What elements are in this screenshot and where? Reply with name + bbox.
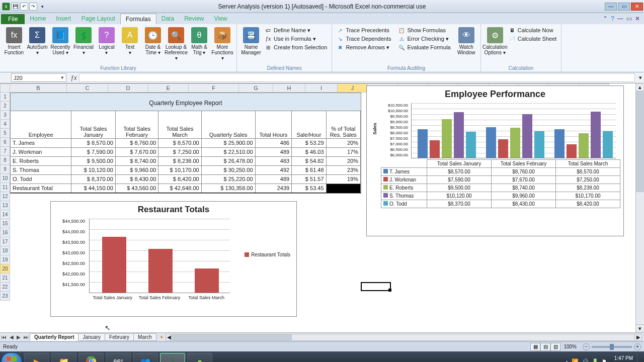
audit-remove-arrows-[interactable]: ✖Remove Arrows ▾ bbox=[335, 43, 392, 51]
tray-up-icon[interactable]: ▴ bbox=[566, 358, 569, 363]
col-header-I[interactable]: I bbox=[305, 83, 338, 93]
tab-page-layout[interactable]: Page Layout bbox=[76, 14, 120, 24]
name-manager-button[interactable]: 📇 Name Manager bbox=[240, 26, 262, 56]
worksheet-grid[interactable]: BCDEFGHIJKLMNOPQR 1234567891011121314151… bbox=[0, 83, 644, 332]
row-header-16[interactable]: 16 bbox=[0, 228, 10, 237]
save-icon[interactable]: 💾 bbox=[11, 3, 19, 11]
system-tray[interactable]: ▴ 📶 🔊 🔋 ⚑ 1:47 PM 5/19/2012 bbox=[566, 353, 645, 362]
row-header-8[interactable]: 8 bbox=[0, 156, 10, 165]
row-header-1[interactable]: 1 bbox=[0, 93, 10, 102]
sheet-nav-last[interactable]: ⏭ bbox=[22, 334, 30, 340]
sheet-tab-march[interactable]: March bbox=[133, 333, 156, 341]
task-media-icon[interactable]: ▶ bbox=[24, 353, 49, 362]
audit-trace-dependents[interactable]: ↘Trace Dependents bbox=[335, 35, 392, 43]
calc-0[interactable]: 🖩Calculate Now bbox=[507, 26, 558, 34]
row-header-9[interactable]: 9 bbox=[0, 165, 10, 174]
row-header-21[interactable]: 21 bbox=[0, 274, 10, 283]
row-header-19[interactable]: 19 bbox=[0, 255, 10, 264]
audit-trace-precedents[interactable]: ↗Trace Precedents bbox=[335, 26, 392, 34]
tab-insert[interactable]: Insert bbox=[51, 14, 76, 24]
new-sheet-button[interactable]: ✦ bbox=[159, 334, 164, 340]
logical-button[interactable]: ?Logical▾ bbox=[96, 26, 118, 56]
close-button[interactable]: ✕ bbox=[631, 3, 643, 11]
row-header-3[interactable]: 3 bbox=[0, 111, 10, 120]
active-cell[interactable] bbox=[361, 282, 391, 291]
row-header-12[interactable]: 12 bbox=[0, 192, 10, 201]
row-header-13[interactable]: 13 bbox=[0, 201, 10, 210]
col-header-J[interactable]: J bbox=[338, 83, 368, 93]
row-header-10[interactable]: 10 bbox=[0, 174, 10, 183]
sheet-nav-first[interactable]: ⏮ bbox=[0, 334, 8, 340]
defined-names-0[interactable]: 🏷Define Name ▾ bbox=[263, 26, 329, 34]
col-header-H[interactable]: H bbox=[273, 83, 305, 93]
formula-input[interactable] bbox=[79, 73, 635, 82]
tab-data[interactable]: Data bbox=[156, 14, 179, 24]
tab-home[interactable]: Home bbox=[25, 14, 51, 24]
audit-error-checking-[interactable]: ⚠Error Checking ▾ bbox=[396, 35, 452, 43]
row-header-17[interactable]: 17 bbox=[0, 237, 10, 246]
zoom-in-button[interactable]: + bbox=[634, 343, 641, 350]
task-explorer-icon[interactable]: 📁 bbox=[51, 353, 76, 362]
col-header-F[interactable]: F bbox=[189, 83, 239, 93]
col-header-G[interactable]: G bbox=[239, 83, 273, 93]
tray-clock[interactable]: 1:47 PM 5/19/2012 bbox=[611, 355, 633, 362]
col-header-B[interactable]: B bbox=[10, 83, 67, 93]
sheet-tab-quarterly-report[interactable]: Quarterly Report bbox=[30, 333, 78, 341]
tab-view[interactable]: View bbox=[209, 14, 232, 24]
lookup-reference-button[interactable]: 🔍Lookup &Reference ▾ bbox=[165, 26, 187, 62]
expand-formula-bar[interactable]: ▾ bbox=[637, 74, 644, 81]
tab-formulas[interactable]: Formulas bbox=[120, 14, 156, 24]
zoom-level[interactable]: 100% bbox=[564, 344, 577, 349]
chart-employee-performance[interactable]: Employee Performance Sales $10,500.00$10… bbox=[366, 85, 624, 236]
task-weather-icon[interactable]: 86° bbox=[106, 353, 131, 362]
tray-battery-icon[interactable]: 🔋 bbox=[592, 358, 599, 363]
qat-customize[interactable]: ▾ bbox=[38, 3, 46, 11]
sheet-tab-february[interactable]: February bbox=[105, 333, 134, 341]
start-button[interactable] bbox=[1, 352, 22, 362]
row-header-6[interactable]: 6 bbox=[0, 138, 10, 147]
fx-icon[interactable]: ƒx bbox=[70, 74, 77, 81]
row-header-18[interactable]: 18 bbox=[0, 246, 10, 255]
task-excel-icon[interactable]: X bbox=[160, 353, 185, 362]
row-header-23[interactable]: 23 bbox=[0, 292, 10, 301]
defined-names-2[interactable]: ⊞Create from Selection bbox=[263, 43, 329, 51]
show-desktop-button[interactable] bbox=[637, 353, 641, 362]
vertical-scrollbar[interactable]: ▴ ▾ bbox=[635, 83, 644, 332]
math-trig-button[interactable]: θMath &Trig ▾ bbox=[188, 26, 210, 56]
row-header-7[interactable]: 7 bbox=[0, 147, 10, 156]
financial-button[interactable]: 💲Financial▾ bbox=[72, 26, 95, 56]
name-box[interactable]: J20▾ bbox=[11, 73, 66, 82]
zoom-slider[interactable] bbox=[592, 346, 632, 348]
file-tab[interactable]: File bbox=[1, 14, 25, 24]
row-header-22[interactable]: 22 bbox=[0, 283, 10, 292]
col-header-E[interactable]: E bbox=[148, 83, 189, 93]
help-icon[interactable]: ? bbox=[611, 15, 614, 22]
window-restore-icon[interactable]: ▭ bbox=[626, 15, 632, 22]
tray-network-icon[interactable]: 📶 bbox=[572, 358, 579, 363]
window-close-icon[interactable]: ✕ bbox=[635, 15, 640, 22]
col-header-D[interactable]: D bbox=[108, 83, 148, 93]
redo-icon[interactable]: ↷ bbox=[29, 3, 37, 11]
more-functions-button[interactable]: 📦MoreFunctions ▾ bbox=[211, 26, 233, 62]
maximize-button[interactable]: ▭ bbox=[618, 3, 630, 11]
audit-show-formulas[interactable]: 📋Show Formulas bbox=[396, 26, 452, 34]
audit-evaluate-formula[interactable]: 🔍Evaluate Formula bbox=[396, 43, 452, 51]
col-header-C[interactable]: C bbox=[67, 83, 108, 93]
calculation-options-button[interactable]: ⚙ Calculation Options ▾ bbox=[484, 26, 506, 56]
recently-used-button[interactable]: 📘RecentlyUsed ▾ bbox=[49, 26, 71, 56]
excel-icon[interactable]: X bbox=[2, 3, 10, 11]
calc-1[interactable]: 📄Calculate Sheet bbox=[507, 35, 558, 43]
autosum-button[interactable]: ΣAutoSum▾ bbox=[26, 26, 48, 56]
watch-window-button[interactable]: 👁 Watch Window bbox=[455, 26, 477, 56]
text-button[interactable]: AText▾ bbox=[119, 26, 141, 56]
row-header-20[interactable]: 20 bbox=[0, 264, 10, 274]
sheet-nav-next[interactable]: ▶ bbox=[15, 334, 22, 340]
date-time-button[interactable]: 🕒Date &Time ▾ bbox=[142, 26, 164, 56]
task-messenger-icon[interactable]: 👥 bbox=[133, 353, 158, 362]
task-spotify-icon[interactable]: ● bbox=[187, 353, 212, 362]
row-header-11[interactable]: 11 bbox=[0, 183, 10, 192]
undo-icon[interactable]: ↶ bbox=[20, 3, 28, 11]
task-chrome-icon[interactable] bbox=[78, 353, 104, 362]
row-header-2[interactable]: 2 bbox=[0, 102, 10, 111]
sheet-tab-january[interactable]: January bbox=[78, 333, 105, 341]
